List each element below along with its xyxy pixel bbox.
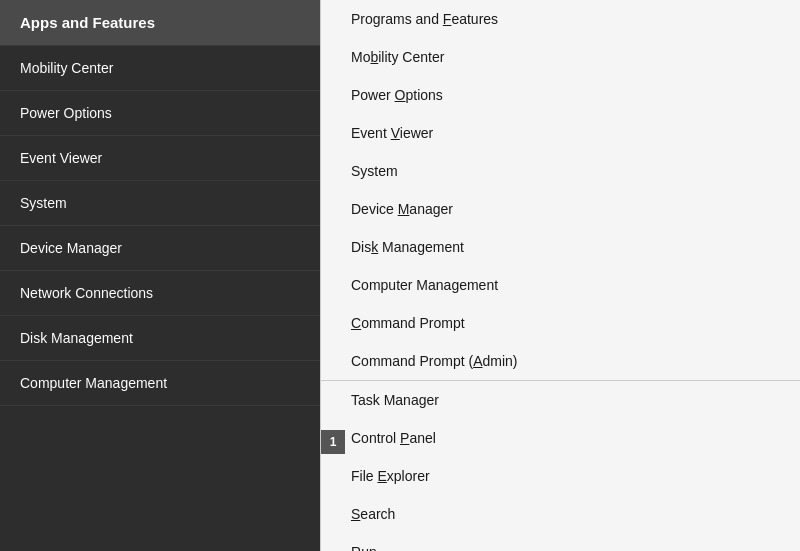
right-menu-group-1: Programs and Features Mobility Center Po… xyxy=(321,0,800,381)
right-menu-item-search[interactable]: Search xyxy=(321,495,800,533)
right-menu-item-command-prompt[interactable]: Command Prompt xyxy=(321,304,800,342)
left-menu-item-computer-management[interactable]: Computer Management xyxy=(0,361,320,406)
right-menu-item-command-prompt-admin[interactable]: Command Prompt (Admin) xyxy=(321,342,800,380)
left-menu-item-system[interactable]: System xyxy=(0,181,320,226)
notification-badge: 1 xyxy=(321,430,345,454)
left-menu-item-power-options[interactable]: Power Options xyxy=(0,91,320,136)
right-menu-item-control-panel[interactable]: 1 Control Panel xyxy=(321,419,800,457)
left-menu-item-apps-features[interactable]: Apps and Features xyxy=(0,0,320,46)
right-menu-group-2: Task Manager 1 Control Panel File Explor… xyxy=(321,381,800,551)
left-menu-item-mobility-center[interactable]: Mobility Center xyxy=(0,46,320,91)
right-menu-item-event-viewer[interactable]: Event Viewer xyxy=(321,114,800,152)
right-menu-panel: Programs and Features Mobility Center Po… xyxy=(320,0,800,551)
right-menu-item-file-explorer[interactable]: File Explorer xyxy=(321,457,800,495)
left-menu-item-device-manager[interactable]: Device Manager xyxy=(0,226,320,271)
left-menu-panel: Apps and Features Mobility Center Power … xyxy=(0,0,320,551)
right-menu-item-mobility-center[interactable]: Mobility Center xyxy=(321,38,800,76)
right-menu-item-power-options[interactable]: Power Options xyxy=(321,76,800,114)
right-menu-item-system[interactable]: System xyxy=(321,152,800,190)
right-menu-item-device-manager[interactable]: Device Manager xyxy=(321,190,800,228)
left-menu-item-event-viewer[interactable]: Event Viewer xyxy=(0,136,320,181)
left-menu-item-disk-management[interactable]: Disk Management xyxy=(0,316,320,361)
right-menu-item-run[interactable]: Run xyxy=(321,533,800,551)
right-menu-item-task-manager[interactable]: Task Manager xyxy=(321,381,800,419)
right-menu-item-programs-features[interactable]: Programs and Features xyxy=(321,0,800,38)
left-menu-item-network-connections[interactable]: Network Connections xyxy=(0,271,320,316)
right-menu-item-disk-management[interactable]: Disk Management xyxy=(321,228,800,266)
right-menu-item-computer-management[interactable]: Computer Management xyxy=(321,266,800,304)
